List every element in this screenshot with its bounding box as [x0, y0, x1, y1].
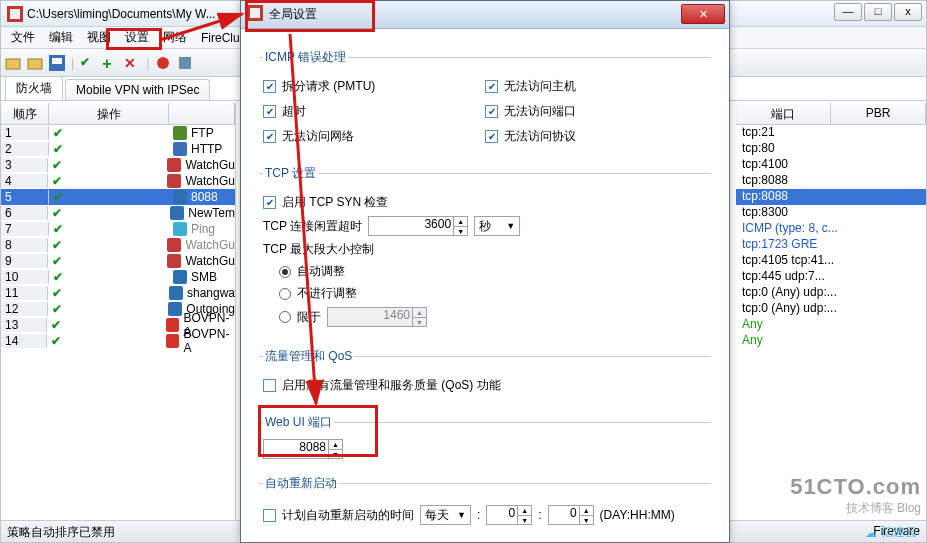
table-row[interactable]: 14 ✔ BOVPN-A — [1, 333, 235, 349]
reboot-group: 自动重新启动 计划自动重新启动的时间 每天▼ : 0▲▼ : 0▲▼ (DAY:… — [259, 475, 711, 532]
port-row[interactable]: tcp:0 (Any) udp:... — [736, 301, 926, 317]
radio-icon — [279, 311, 291, 323]
check-icon: ✔ — [53, 126, 63, 140]
port-row[interactable]: tcp:8088 — [736, 189, 926, 205]
row-action: ✔ — [48, 206, 166, 220]
tab-firewall[interactable]: 防火墙 — [5, 76, 63, 100]
chk-pmtu[interactable]: 拆分请求 (PMTU) — [263, 78, 485, 95]
delete-icon[interactable]: ✕ — [124, 55, 140, 71]
dialog-close-button[interactable]: ✕ — [681, 4, 725, 24]
row-action: ✔ — [49, 142, 169, 156]
table-row[interactable]: 11 ✔ shangwa — [1, 285, 235, 301]
add-icon[interactable]: + — [102, 55, 118, 71]
reboot-min-input[interactable]: 0▲▼ — [548, 505, 594, 525]
chevron-down-icon: ▼ — [506, 221, 515, 231]
chk-proto[interactable]: 无法访问协议 — [485, 128, 707, 145]
open-icon[interactable] — [5, 55, 21, 71]
row-service: 8088 — [173, 190, 218, 204]
chk-qos[interactable]: 启用所有流量管理和服务质量 (QoS) 功能 — [263, 377, 707, 394]
maximize-button[interactable]: □ — [864, 3, 892, 21]
dialog-title: 全局设置 — [269, 6, 317, 23]
table-row[interactable]: 6 ✔ NewTem — [1, 205, 235, 221]
col-service[interactable] — [169, 103, 235, 124]
table-row[interactable]: 10 ✔ SMB — [1, 269, 235, 285]
table-row[interactable]: 2 ✔ HTTP — [1, 141, 235, 157]
table-row[interactable]: 3 ✔ WatchGu — [1, 157, 235, 173]
chk-reboot[interactable]: 计划自动重新启动的时间 — [263, 507, 414, 524]
col-pbr[interactable]: PBR — [831, 103, 926, 124]
menu-settings[interactable]: 设置 — [119, 27, 155, 48]
row-service: HTTP — [173, 142, 222, 156]
reboot-legend: 自动重新启动 — [263, 475, 339, 492]
webui-port-input[interactable]: 8088▲▼ — [263, 439, 343, 459]
radio-auto[interactable]: 自动调整 — [279, 263, 707, 280]
service-icon — [173, 190, 187, 204]
tab-vpn[interactable]: Mobile VPN with IPSec — [65, 79, 210, 100]
close-button[interactable]: x — [894, 3, 922, 21]
table-row[interactable]: 4 ✔ WatchGu — [1, 173, 235, 189]
menu-file[interactable]: 文件 — [5, 27, 41, 48]
spin-icon[interactable]: ▲▼ — [328, 440, 342, 458]
chk-timeout[interactable]: 超时 — [263, 103, 485, 120]
row-seq: 3 — [1, 158, 48, 172]
port-row[interactable]: tcp:1723 GRE — [736, 237, 926, 253]
port-row[interactable]: tcp:4100 — [736, 157, 926, 173]
port-row[interactable]: tcp:8300 — [736, 205, 926, 221]
port-row[interactable]: tcp:445 udp:7... — [736, 269, 926, 285]
menu-network[interactable]: 网络 — [157, 27, 193, 48]
tool2-icon[interactable] — [177, 55, 193, 71]
radio-limit[interactable]: 限于 1460▲▼ — [279, 307, 707, 327]
chk-host[interactable]: 无法访问主机 — [485, 78, 707, 95]
reboot-unit-select[interactable]: 每天▼ — [420, 505, 471, 525]
idle-unit-select[interactable]: 秒▼ — [474, 216, 520, 236]
row-seq: 11 — [1, 286, 48, 300]
row-service: FTP — [173, 126, 214, 140]
spin-icon[interactable]: ▲▼ — [517, 506, 531, 524]
menu-edit[interactable]: 编辑 — [43, 27, 79, 48]
minimize-button[interactable]: — — [834, 3, 862, 21]
dialog-titlebar: 全局设置 ✕ — [241, 1, 729, 29]
chk-net[interactable]: 无法访问网络 — [263, 128, 485, 145]
port-row[interactable]: tcp:8088 — [736, 173, 926, 189]
port-row[interactable]: Any — [736, 333, 926, 349]
table-row[interactable]: 5 ✔ 8088 — [1, 189, 235, 205]
open2-icon[interactable] — [27, 55, 43, 71]
checkbox-icon — [485, 80, 498, 93]
port-row[interactable]: ICMP (type: 8, c... — [736, 221, 926, 237]
row-action: ✔ — [48, 174, 164, 188]
check-icon: ✔ — [51, 334, 61, 348]
port-header: 端口 PBR — [736, 103, 926, 125]
checkbox-icon — [485, 105, 498, 118]
row-seq: 1 — [1, 126, 49, 140]
check-icon[interactable]: ✔ — [80, 55, 96, 71]
spin-icon[interactable]: ▲▼ — [453, 217, 467, 235]
port-row[interactable]: tcp:80 — [736, 141, 926, 157]
table-row[interactable]: 7 ✔ Ping — [1, 221, 235, 237]
save-icon[interactable] — [49, 55, 65, 71]
tool1-icon[interactable] — [155, 55, 171, 71]
reboot-hour-input[interactable]: 0▲▼ — [486, 505, 532, 525]
port-row[interactable]: tcp:4105 tcp:41... — [736, 253, 926, 269]
policy-table: 顺序 操作 1 ✔ FTP2 ✔ HTTP3 ✔ WatchGu4 ✔ Watc… — [1, 103, 236, 520]
menu-view[interactable]: 视图 — [81, 27, 117, 48]
service-icon — [170, 206, 184, 220]
table-row[interactable]: 1 ✔ FTP — [1, 125, 235, 141]
radio-icon — [279, 266, 291, 278]
spin-icon[interactable]: ▲▼ — [579, 506, 593, 524]
chk-syn[interactable]: 启用 TCP SYN 检查 — [263, 194, 707, 211]
port-row[interactable]: tcp:0 (Any) udp:... — [736, 285, 926, 301]
table-row[interactable]: 9 ✔ WatchGu — [1, 253, 235, 269]
port-row[interactable]: tcp:21 — [736, 125, 926, 141]
port-row[interactable]: Any — [736, 317, 926, 333]
col-action[interactable]: 操作 — [49, 103, 169, 124]
col-port[interactable]: 端口 — [736, 103, 831, 124]
col-seq[interactable]: 顺序 — [1, 103, 49, 124]
table-row[interactable]: 8 ✔ WatchGu — [1, 237, 235, 253]
chk-port[interactable]: 无法访问端口 — [485, 103, 707, 120]
dialog-icon — [247, 5, 263, 24]
row-action: ✔ — [47, 334, 162, 348]
radio-none[interactable]: 不进行调整 — [279, 285, 707, 302]
row-action: ✔ — [49, 126, 169, 140]
service-icon — [173, 142, 187, 156]
idle-input[interactable]: 3600▲▼ — [368, 216, 468, 236]
